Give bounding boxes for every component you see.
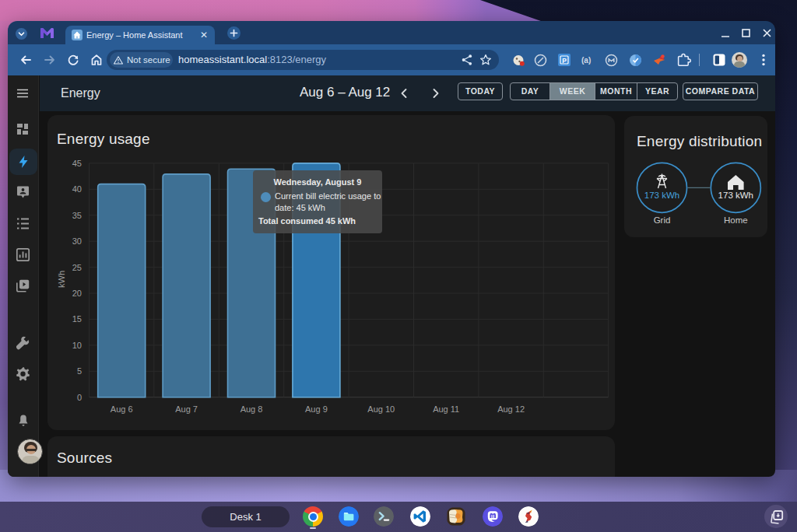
svg-text:Home: Home (724, 215, 748, 225)
svg-text:5: 5 (77, 366, 82, 376)
svg-text:40: 40 (72, 184, 82, 194)
svg-text:P: P (562, 57, 567, 65)
svg-text:35: 35 (72, 211, 82, 220)
svg-text:20: 20 (72, 289, 82, 298)
svg-text:25: 25 (72, 263, 82, 272)
svg-text:Aug 8: Aug 8 (241, 404, 263, 414)
svg-text:Aug 9: Aug 9 (305, 404, 328, 414)
svg-text:173 kWh: 173 kWh (644, 191, 679, 200)
svg-text:30: 30 (72, 236, 82, 246)
svg-text:45: 45 (72, 159, 82, 168)
svg-text:0: 0 (77, 393, 82, 402)
svg-text:Aug 11: Aug 11 (433, 404, 459, 414)
svg-text:Aug 10: Aug 10 (367, 404, 395, 414)
svg-text:10: 10 (72, 341, 82, 350)
svg-text:Aug 12: Aug 12 (497, 404, 525, 414)
svg-text:Aug 6: Aug 6 (111, 404, 133, 414)
svg-text:15: 15 (72, 314, 82, 324)
svg-text:173 kWh: 173 kWh (718, 191, 753, 200)
svg-text:Aug 7: Aug 7 (175, 404, 198, 414)
svg-text:kWh: kWh (57, 271, 66, 288)
svg-text:Grid: Grid (654, 215, 671, 225)
